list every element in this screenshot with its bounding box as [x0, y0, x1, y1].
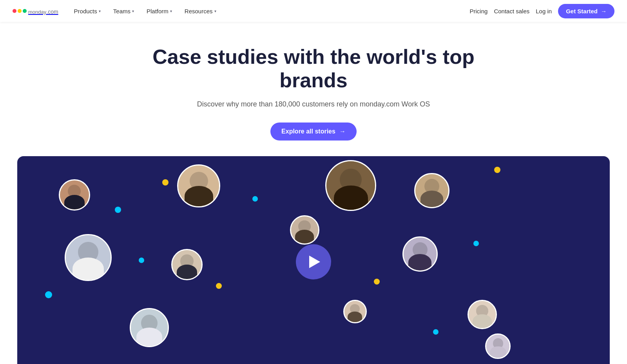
navbar: monday.com Products ▾ Teams ▾ Platform ▾…: [0, 0, 627, 22]
play-icon: [309, 256, 320, 268]
customer-avatar: [65, 234, 112, 281]
nav-login[interactable]: Log in: [536, 8, 552, 14]
logo-icon: [13, 9, 27, 13]
products-chevron-icon: ▾: [99, 9, 101, 13]
nav-platform[interactable]: Platform ▾: [140, 0, 178, 22]
decorative-dot: [115, 207, 121, 213]
logo-dot-yellow: [18, 9, 22, 13]
play-button[interactable]: [296, 244, 331, 279]
logo-text: monday.com: [28, 7, 58, 16]
explore-stories-button[interactable]: Explore all stories →: [270, 123, 357, 141]
customer-avatar: [468, 300, 497, 329]
decorative-dot: [162, 179, 169, 186]
customer-avatar: [290, 215, 319, 245]
video-section: [17, 156, 610, 364]
hero-section: Case studies with the world's top brands…: [0, 22, 627, 156]
nav-left: monday.com Products ▾ Teams ▾ Platform ▾…: [13, 0, 223, 22]
nav-right: Pricing Contact sales Log in Get Started…: [470, 4, 614, 18]
decorative-dot: [216, 283, 222, 289]
logo-dot-green: [23, 9, 27, 13]
logo[interactable]: monday.com: [13, 7, 58, 16]
nav-teams[interactable]: Teams ▾: [107, 0, 140, 22]
customer-avatar: [485, 333, 511, 359]
teams-chevron-icon: ▾: [132, 9, 134, 13]
nav-pricing[interactable]: Pricing: [470, 8, 488, 14]
customer-avatar: [59, 179, 90, 211]
main-content: Case studies with the world's top brands…: [0, 0, 627, 364]
resources-chevron-icon: ▾: [214, 9, 216, 13]
hero-title: Case studies with the world's top brands: [137, 45, 490, 92]
decorative-dot: [374, 279, 380, 285]
decorative-dot: [252, 196, 258, 202]
nav-resources[interactable]: Resources ▾: [178, 0, 223, 22]
nav-links: Products ▾ Teams ▾ Platform ▾ Resources …: [68, 0, 223, 22]
logo-dot-red: [13, 9, 16, 13]
decorative-dot: [494, 167, 500, 173]
get-started-button[interactable]: Get Started →: [558, 4, 614, 18]
customer-avatar: [402, 236, 438, 272]
decorative-dot: [139, 258, 144, 263]
customer-avatar: [171, 249, 203, 280]
customer-avatar: [414, 173, 449, 208]
nav-products[interactable]: Products ▾: [68, 0, 107, 22]
customer-avatar: [325, 160, 376, 211]
decorative-dot: [45, 291, 52, 298]
customer-avatar: [177, 164, 220, 207]
decorative-dot: [433, 329, 439, 335]
nav-contact-sales[interactable]: Contact sales: [494, 8, 529, 14]
decorative-dot: [473, 241, 479, 246]
hero-subtitle: Discover why more than 180,000 customers…: [8, 100, 619, 108]
platform-chevron-icon: ▾: [170, 9, 172, 13]
customer-avatar: [343, 300, 367, 323]
customer-avatar: [130, 308, 169, 347]
